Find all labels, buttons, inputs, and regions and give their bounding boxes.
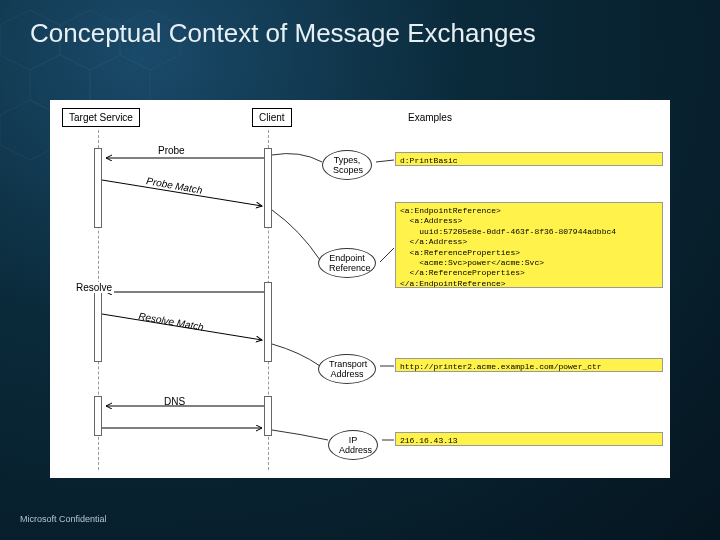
example-endpoint: <a:EndpointReference> <a:Address> uuid:5…: [395, 202, 663, 288]
message-resolve: Resolve: [74, 282, 114, 293]
message-dns: DNS: [164, 396, 185, 407]
label-transport-address: Transport Address: [318, 354, 376, 384]
example-types: d:PrintBasic: [395, 152, 663, 166]
diagram-container: Target Service Client Probe Probe Match …: [50, 100, 670, 478]
slide-title: Conceptual Context of Message Exchanges: [30, 18, 536, 49]
footer-confidential: Microsoft Confidential: [20, 514, 107, 524]
sequence-diagram: Target Service Client Probe Probe Match …: [50, 100, 670, 478]
label-endpoint-reference: Endpoint Reference: [318, 248, 376, 278]
example-transport: http://printer2.acme.example.com/power_c…: [395, 358, 663, 372]
examples-header: Examples: [408, 112, 452, 123]
label-types-scopes: Types, Scopes: [322, 150, 372, 180]
example-ip: 216.16.43.13: [395, 432, 663, 446]
message-probe: Probe: [158, 145, 185, 156]
label-ip-address: IP Address: [328, 430, 378, 460]
